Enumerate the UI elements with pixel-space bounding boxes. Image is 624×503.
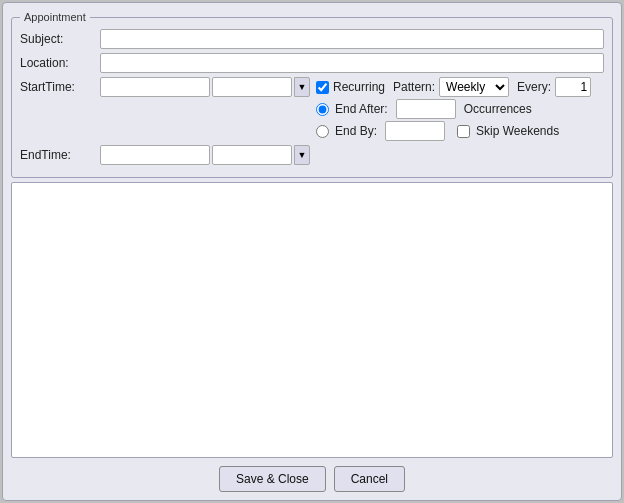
cancel-button[interactable]: Cancel (334, 466, 405, 492)
end-time-input[interactable] (212, 145, 292, 165)
skip-weekends-label: Skip Weekends (476, 124, 559, 138)
recurring-checkbox[interactable] (316, 81, 329, 94)
endtime-datetime: ▼ (100, 145, 310, 165)
recurring-row1: Recurring Pattern: Weekly Daily Monthly … (316, 77, 591, 97)
every-input[interactable] (555, 77, 591, 97)
end-by-input[interactable] (385, 121, 445, 141)
every-label: Every: (517, 80, 551, 94)
start-date-input[interactable] (100, 77, 210, 97)
location-label: Location: (20, 56, 100, 70)
starttime-label: StartTime: (20, 80, 100, 94)
button-row: Save & Close Cancel (11, 466, 613, 492)
content-area (11, 182, 613, 458)
pattern-label: Pattern: (393, 80, 435, 94)
end-by-radio[interactable] (316, 125, 329, 138)
endtime-label: EndTime: (20, 148, 100, 162)
subject-label: Subject: (20, 32, 100, 46)
subject-input[interactable] (100, 29, 604, 49)
appointment-dialog: Appointment Subject: Location: StartTime… (2, 2, 622, 501)
fieldset-legend: Appointment (20, 11, 90, 23)
skip-weekends-checkbox[interactable] (457, 125, 470, 138)
end-after-label: End After: (335, 102, 388, 116)
appointment-fieldset: Appointment Subject: Location: StartTime… (11, 11, 613, 178)
starttime-recurring-row: StartTime: ▼ Recurring Pattern: Weekly D… (20, 77, 604, 141)
end-by-label: End By: (335, 124, 377, 138)
start-dropdown-btn[interactable]: ▼ (294, 77, 310, 97)
pattern-select[interactable]: Weekly Daily Monthly Yearly (439, 77, 509, 97)
occurrences-label: Occurrences (464, 102, 532, 116)
recurring-label: Recurring (333, 80, 385, 94)
subject-row: Subject: (20, 29, 604, 49)
location-row: Location: (20, 53, 604, 73)
start-time-input[interactable] (212, 77, 292, 97)
end-dropdown-btn[interactable]: ▼ (294, 145, 310, 165)
starttime-section: StartTime: ▼ (20, 77, 310, 97)
save-close-button[interactable]: Save & Close (219, 466, 326, 492)
end-after-radio[interactable] (316, 103, 329, 116)
occurrences-input[interactable] (396, 99, 456, 119)
endtime-row: EndTime: ▼ (20, 145, 604, 165)
recurring-section: Recurring Pattern: Weekly Daily Monthly … (316, 77, 591, 141)
location-input[interactable] (100, 53, 604, 73)
starttime-datetime: ▼ (100, 77, 310, 97)
end-by-row: End By: Skip Weekends (316, 121, 591, 141)
end-date-input[interactable] (100, 145, 210, 165)
end-after-row: End After: Occurrences (316, 99, 591, 119)
